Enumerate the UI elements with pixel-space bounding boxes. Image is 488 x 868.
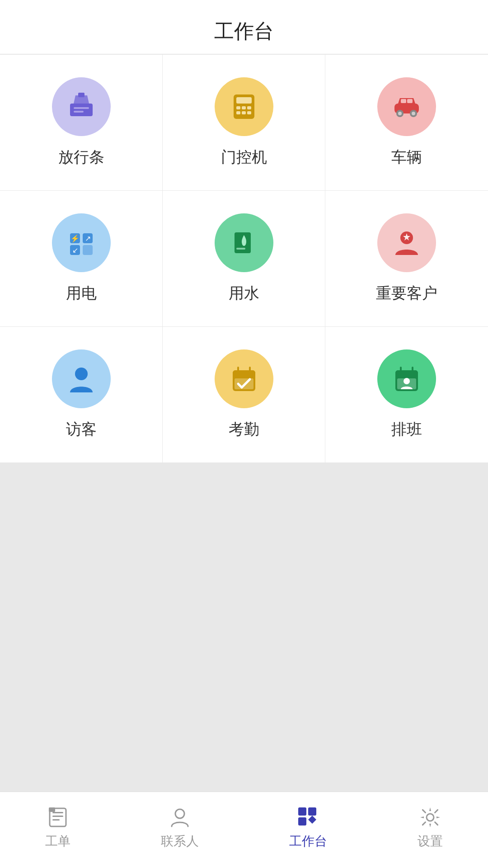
door-control-icon-bg: [215, 77, 273, 136]
svg-rect-45: [52, 812, 63, 813]
svg-rect-7: [242, 106, 246, 109]
grid-item-shift[interactable]: 排班: [325, 327, 488, 463]
page-header: 工作台: [0, 0, 488, 55]
visitor-label: 访客: [66, 419, 97, 440]
water-icon-bg: [215, 213, 273, 272]
shift-icon-bg: [377, 349, 436, 408]
svg-rect-3: [78, 93, 84, 97]
vip-icon: [391, 227, 422, 259]
svg-rect-52: [298, 817, 306, 826]
page-title: 工作台: [214, 20, 274, 42]
contacts-icon: [168, 806, 192, 829]
svg-point-49: [175, 809, 184, 818]
svg-rect-8: [247, 106, 251, 109]
release-pass-icon: [66, 91, 97, 123]
visitor-icon-bg: [52, 349, 111, 408]
visitor-icon: [66, 363, 97, 395]
workbench-icon: [296, 806, 320, 829]
nav-item-settings[interactable]: 设置: [408, 801, 452, 854]
grid-item-electricity[interactable]: ⚡ ↗ ↙ 用电: [0, 191, 163, 327]
vehicle-icon-bg: [377, 77, 436, 136]
nav-item-workbench[interactable]: 工作台: [280, 801, 336, 854]
app-grid: 放行条 门控机: [0, 55, 488, 463]
electricity-label: 用电: [66, 283, 97, 304]
svg-text:↗: ↗: [84, 235, 90, 242]
water-label: 用水: [229, 283, 259, 304]
electricity-icon: ⚡ ↗ ↙: [66, 227, 97, 259]
nav-contacts-label: 联系人: [161, 833, 199, 850]
svg-rect-46: [52, 816, 63, 817]
svg-point-54: [427, 814, 434, 821]
svg-rect-27: [236, 248, 245, 250]
door-control-icon: [228, 91, 260, 123]
vip-icon-bg: [377, 213, 436, 272]
vehicle-icon: [391, 91, 422, 123]
svg-point-18: [412, 112, 415, 115]
svg-rect-1: [74, 107, 89, 109]
svg-rect-6: [236, 106, 240, 109]
nav-settings-label: 设置: [418, 833, 443, 850]
svg-text:⚡: ⚡: [70, 234, 80, 243]
nav-item-work-order[interactable]: 工单: [36, 801, 80, 854]
svg-marker-53: [308, 816, 316, 824]
bottom-nav: 工单 联系人 工作台 设置: [0, 792, 488, 868]
grid-item-visitor[interactable]: 访客: [0, 327, 163, 463]
svg-rect-47: [52, 819, 60, 821]
svg-rect-33: [233, 374, 255, 377]
svg-point-16: [398, 112, 402, 115]
attendance-icon: [228, 363, 260, 395]
vip-label: 重要客户: [376, 283, 437, 304]
nav-work-order-label: 工单: [45, 833, 70, 850]
settings-icon: [418, 806, 442, 829]
svg-rect-11: [247, 111, 251, 114]
svg-point-43: [404, 378, 410, 384]
grid-item-vip[interactable]: 重要客户: [325, 191, 488, 327]
svg-rect-39: [395, 374, 418, 377]
work-order-icon: [46, 806, 70, 829]
svg-rect-48: [49, 807, 55, 812]
svg-rect-25: [83, 245, 93, 255]
svg-rect-14: [407, 99, 413, 103]
grid-item-door-control[interactable]: 门控机: [163, 55, 325, 191]
door-control-label: 门控机: [221, 147, 267, 168]
grid-item-vehicle[interactable]: 车辆: [325, 55, 488, 191]
grid-item-attendance[interactable]: 考勤: [163, 327, 325, 463]
grid-item-water[interactable]: 用水: [163, 191, 325, 327]
electricity-icon-bg: ⚡ ↗ ↙: [52, 213, 111, 272]
attendance-icon-bg: [215, 349, 273, 408]
shift-icon: [391, 363, 422, 395]
svg-rect-51: [308, 807, 316, 816]
svg-rect-9: [236, 111, 240, 114]
water-icon: [228, 227, 260, 259]
svg-point-30: [75, 368, 88, 380]
release-pass-label: 放行条: [58, 147, 104, 168]
nav-workbench-label: 工作台: [289, 833, 327, 850]
release-pass-icon-bg: [52, 77, 111, 136]
attendance-label: 考勤: [229, 419, 259, 440]
nav-item-contacts[interactable]: 联系人: [152, 801, 208, 854]
svg-rect-0: [70, 104, 93, 116]
svg-rect-13: [401, 99, 406, 103]
shift-label: 排班: [391, 419, 422, 440]
svg-text:↙: ↙: [72, 246, 78, 254]
grid-item-release-pass[interactable]: 放行条: [0, 55, 163, 191]
vehicle-label: 车辆: [391, 147, 422, 168]
svg-rect-5: [236, 97, 252, 104]
svg-rect-10: [242, 111, 246, 114]
svg-rect-50: [298, 807, 306, 816]
svg-rect-2: [74, 111, 84, 113]
